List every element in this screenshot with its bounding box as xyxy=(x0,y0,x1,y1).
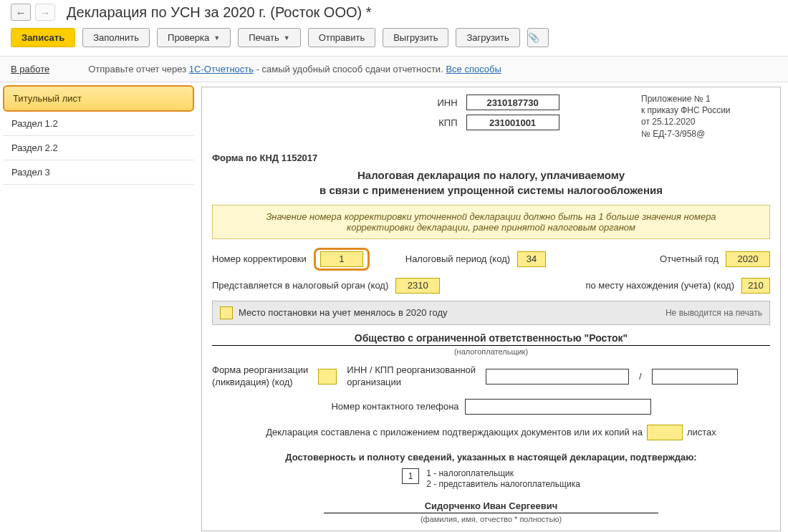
signer-underline xyxy=(324,513,658,513)
warning-box: Значение номера корректировки уточненной… xyxy=(212,205,770,239)
org-underline xyxy=(212,345,770,346)
correction-highlight: 1 xyxy=(314,248,370,271)
kpp-label: КПП xyxy=(438,117,457,128)
chevron-down-icon: ▼ xyxy=(284,34,290,42)
reorg-form-field[interactable] xyxy=(318,369,337,385)
registration-changed-label: Место постановки на учет менялось в 2020… xyxy=(239,307,447,318)
place-label: по месту нахождения (учета) (код) xyxy=(585,280,734,291)
print-button[interactable]: Печать ▼ xyxy=(238,28,301,47)
sidebar-item-title-page[interactable]: Титульный лист xyxy=(3,85,194,112)
all-methods-link[interactable]: Все способы xyxy=(446,64,501,74)
sidebar: Титульный лист Раздел 1.2 Раздел 2.2 Раз… xyxy=(0,82,197,531)
status-link[interactable]: В работе xyxy=(11,64,49,74)
org-sub: (налогоплательщик) xyxy=(212,347,770,356)
page-title: Декларация по УСН за 2020 г. (Росток ООО… xyxy=(67,4,372,21)
declaration-title: Налоговая декларация по налогу, уплачива… xyxy=(212,168,770,198)
attachments-count-field[interactable] xyxy=(647,425,683,440)
year-field[interactable]: 2020 xyxy=(726,251,770,267)
correction-label: Номер корректировки xyxy=(212,253,307,264)
attach-button[interactable]: 📎 xyxy=(527,28,549,47)
appendix-info: Приложение № 1 к приказу ФНС России от 2… xyxy=(641,93,770,140)
import-button[interactable]: Загрузить xyxy=(456,28,519,47)
save-button[interactable]: Записать xyxy=(11,28,75,47)
period-label: Налоговый период (код) xyxy=(405,253,510,264)
tax-organ-field[interactable]: 2310 xyxy=(395,278,440,294)
arrow-left-icon: ← xyxy=(16,6,27,19)
registration-changed-checkbox[interactable] xyxy=(220,306,233,319)
check-button[interactable]: Проверка ▼ xyxy=(157,28,231,47)
inn-label: ИНН xyxy=(437,97,457,108)
org-name: Общество с ограниченной ответственностью… xyxy=(212,332,770,344)
check-button-label: Проверка xyxy=(168,32,209,43)
tax-organ-label: Представляется в налоговый орган (код) xyxy=(212,280,388,291)
print-button-label: Печать xyxy=(249,32,279,43)
sidebar-item-section-1-2[interactable]: Раздел 1.2 xyxy=(3,112,194,136)
confirm-options: 1 - налогоплательщик 2 - представитель н… xyxy=(426,468,580,490)
registration-changed-row: Место постановки на учет менялось в 2020… xyxy=(212,301,770,325)
nav-forward-button[interactable]: → xyxy=(35,4,55,21)
correction-field[interactable]: 1 xyxy=(320,251,363,267)
nav-back-button[interactable]: ← xyxy=(11,4,31,21)
reporting-link[interactable]: 1С-Отчетность xyxy=(189,64,254,74)
place-field[interactable]: 210 xyxy=(741,278,770,294)
slash: / xyxy=(639,371,642,382)
subbar-text: Отправьте отчет через 1С-Отчетность - са… xyxy=(88,64,501,74)
content-panel: ИНН 2310187730 КПП 231001001 Приложение … xyxy=(201,87,781,531)
sidebar-item-section-3[interactable]: Раздел 3 xyxy=(3,160,194,185)
export-button[interactable]: Выгрузить xyxy=(383,28,448,47)
signer-name: Сидорченко Иван Сергеевич xyxy=(212,500,770,511)
period-field[interactable]: 34 xyxy=(517,251,546,267)
chevron-down-icon: ▼ xyxy=(213,34,220,42)
attachments-label-before: Декларация составлена с приложением подт… xyxy=(266,427,643,437)
attachments-label-after: листах xyxy=(687,427,716,437)
confirm-code-field[interactable]: 1 xyxy=(402,468,419,484)
form-code: Форма по КНД 1152017 xyxy=(212,153,770,163)
reorg-form-label: Форма реорганизации (ликвидация) (код) xyxy=(212,364,308,389)
send-button[interactable]: Отправить xyxy=(308,28,375,47)
inn-field[interactable]: 2310187730 xyxy=(466,95,559,110)
reorg-inn-field[interactable] xyxy=(486,369,629,385)
paperclip-icon: 📎 xyxy=(528,32,539,43)
reorg-inn-label: ИНН / КПП реорганизованной организации xyxy=(347,364,476,389)
arrow-right-icon: → xyxy=(40,6,51,19)
signer-sub: (фамилия, имя, отчество * полностью) xyxy=(212,515,770,523)
phone-field[interactable] xyxy=(465,399,651,415)
reorg-kpp-field[interactable] xyxy=(652,369,738,385)
confirm-title: Достоверность и полноту сведений, указан… xyxy=(212,452,770,463)
fill-button[interactable]: Заполнить xyxy=(82,28,150,47)
sidebar-item-section-2-2[interactable]: Раздел 2.2 xyxy=(3,136,194,160)
not-printed-note: Не выводится на печать xyxy=(666,308,762,318)
year-label: Отчетный год xyxy=(660,253,719,264)
phone-label: Номер контактного телефона xyxy=(331,401,458,412)
kpp-field[interactable]: 231001001 xyxy=(466,115,559,130)
